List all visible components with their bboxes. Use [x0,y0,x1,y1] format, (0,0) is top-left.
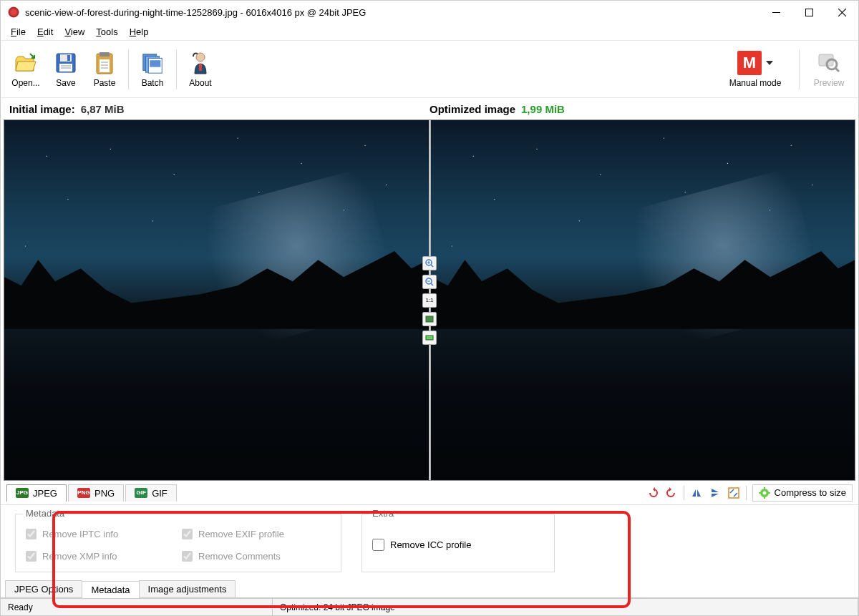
format-tab-jpeg-label: JPEG [33,488,57,499]
mode-badge-icon: M [737,51,762,75]
svg-line-26 [431,265,433,267]
format-tab-gif[interactable]: GIF GIF [125,484,177,502]
svg-line-30 [431,283,433,285]
svg-line-24 [835,68,839,72]
svg-rect-40 [768,492,770,494]
person-icon [188,51,213,75]
tab-image-adjustments[interactable]: Image adjustments [139,580,236,597]
gear-icon [759,487,770,499]
maximize-button[interactable] [792,1,825,23]
preview-button[interactable]: Preview [804,51,854,88]
app-window: scenic-view-of-forest-during-night-time-… [0,0,859,616]
save-label: Save [56,78,75,88]
remove-iptc-checkbox[interactable]: Remove IPTC info [26,529,175,539]
svg-rect-19 [150,60,160,67]
fit-window-button[interactable] [422,312,437,326]
format-tab-jpeg[interactable]: JPG JPEG [6,484,67,502]
save-button[interactable]: Save [47,44,85,94]
menu-view[interactable]: View [59,25,90,39]
flip-horizontal-button[interactable] [690,487,703,499]
svg-point-20 [196,53,205,62]
extra-fieldset: Extra Remove ICC profile [361,514,555,572]
initial-image-label: Initial image: [9,103,75,115]
menubar: File Edit View Tools Help [1,24,858,41]
about-button[interactable]: About [181,44,220,94]
zoom-toolbar: 1:1 [421,255,438,346]
menu-tools[interactable]: Tools [90,25,123,39]
documents-stack-icon [140,51,165,75]
remove-comments-checkbox[interactable]: Remove Comments [182,551,331,562]
clipboard-icon [92,51,117,75]
menu-help[interactable]: Help [124,25,155,39]
gif-badge-icon: GIF [135,488,147,498]
magnifier-icon [817,51,841,75]
zoom-actual-button[interactable]: 1:1 [422,293,437,308]
svg-rect-38 [764,497,765,499]
paste-button[interactable]: Paste [85,44,124,94]
close-button[interactable] [825,1,858,23]
status-optimized: Optimized: 24 bit JPEG image [273,599,858,615]
svg-point-36 [762,491,766,494]
app-icon [8,6,19,18]
open-button[interactable]: Open... [5,44,47,94]
mode-label: Manual mode [729,78,782,88]
format-tab-png[interactable]: PNG PNG [68,484,124,502]
compress-label: Compress to size [775,487,846,498]
extra-legend: Extra [369,508,397,519]
paste-label: Paste [94,78,116,88]
optimized-image-size: 1,99 MiB [521,103,565,115]
metadata-legend: Metadata [23,508,67,519]
initial-image-size: 6,87 MiB [81,103,125,115]
optimized-image-pane[interactable] [431,120,855,480]
floppy-icon [54,51,78,75]
toolbar-separator [128,49,129,89]
statusbar: Ready Optimized: 24 bit JPEG image [1,598,858,615]
image-compare-area: 1:1 [4,119,855,481]
format-tab-gif-label: GIF [152,488,168,499]
initial-image-pane[interactable] [4,120,429,480]
jpeg-badge-icon: JPG [16,488,29,498]
format-tab-png-label: PNG [94,488,115,499]
optimized-image-label: Optimized image [430,103,515,115]
metadata-fieldset: Metadata Remove IPTC info Remove EXIF pr… [15,514,341,572]
remove-icc-checkbox[interactable]: Remove ICC profile [372,539,544,551]
fit-width-button[interactable] [422,331,437,345]
open-label: Open... [11,78,39,88]
menu-edit[interactable]: Edit [31,25,59,39]
tab-jpeg-options[interactable]: JPEG Options [5,580,82,597]
svg-rect-1 [805,9,812,16]
svg-rect-21 [199,64,202,71]
svg-rect-32 [426,316,433,322]
resize-button[interactable] [727,487,740,499]
remove-exif-checkbox[interactable]: Remove EXIF profile [182,529,331,539]
remove-xmp-checkbox[interactable]: Remove XMP info [26,551,175,562]
batch-button[interactable]: Batch [133,44,172,94]
svg-rect-11 [100,52,110,57]
minimize-button[interactable] [759,1,792,23]
window-controls [759,1,858,23]
size-info-bar: Initial image: 6,87 MiB Optimized image … [1,98,858,119]
mode-selector[interactable]: M Manual mode [716,51,795,88]
zoom-in-button[interactable] [422,256,437,270]
about-label: About [189,78,211,88]
undo-button[interactable] [646,487,659,499]
titlebar: scenic-view-of-forest-during-night-time-… [1,1,858,24]
svg-rect-37 [764,487,765,489]
zoom-out-button[interactable] [422,275,437,289]
png-badge-icon: PNG [77,488,90,498]
format-tabs-row: JPG JPEG PNG PNG GIF GIF Compress to siz… [1,481,858,505]
toolbar-separator [799,49,800,89]
status-ready: Ready [1,599,273,615]
svg-rect-6 [67,55,70,61]
right-tools: Compress to size [646,484,853,502]
compress-to-size-button[interactable]: Compress to size [752,484,853,502]
bottom-tabs: JPEG Options Metadata Image adjustments [1,578,858,598]
batch-label: Batch [142,78,164,88]
metadata-settings-panel: Metadata Remove IPTC info Remove EXIF pr… [1,505,858,578]
redo-button[interactable] [665,487,678,499]
flip-vertical-button[interactable] [709,487,722,499]
menu-file[interactable]: File [5,25,31,39]
svg-rect-33 [426,336,433,340]
folder-open-icon [14,51,38,75]
tab-metadata[interactable]: Metadata [82,581,139,598]
